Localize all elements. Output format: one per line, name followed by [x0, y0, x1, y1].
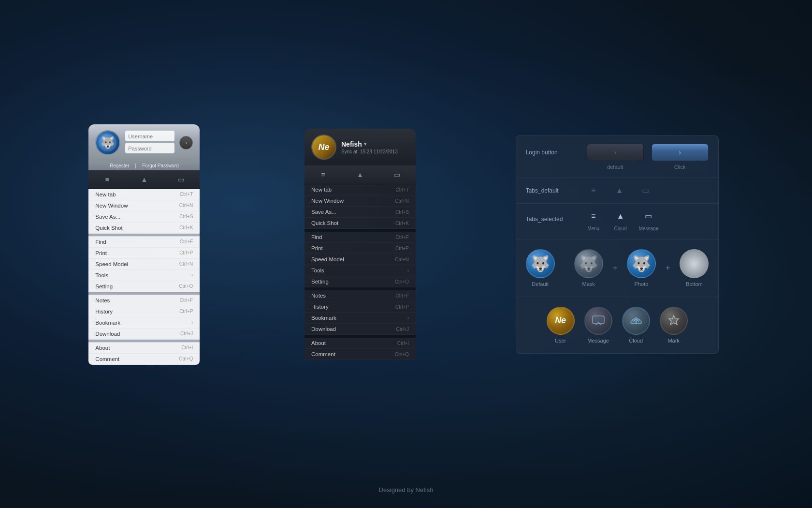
tab-selected-chat-item: ▭ Message	[639, 208, 659, 231]
menu-item-shortcut: Ctrl+O	[179, 284, 193, 289]
user-menu-tabs-bar: ≡ ▲ ▭	[304, 165, 416, 184]
tab-chat-icon[interactable]: ▭	[174, 174, 188, 185]
username-input[interactable]	[128, 134, 172, 139]
icon-btn-user[interactable]: Ne	[547, 307, 575, 335]
icon-btn-message[interactable]	[584, 307, 612, 335]
menu-item-comment[interactable]: Comment Ctrl+Q	[88, 354, 200, 365]
user-menu-item-about[interactable]: About Ctrl+I	[304, 338, 416, 349]
icon-btn-mark[interactable]	[660, 307, 688, 335]
menu-item-shortcut: Ctrl+Q	[179, 356, 193, 361]
user-menu-item-label: Save As...	[311, 209, 336, 215]
user-menu-item-shortcut: Ctrl+N	[395, 198, 409, 204]
user-menu-item-download[interactable]: Download Ctrl+J	[304, 324, 416, 335]
menu-item-shortcut: Ctrl+N	[179, 261, 193, 267]
menu-item-shortcut: Ctrl+T	[180, 192, 193, 197]
user-menu-item-speed-model[interactable]: Speed Model Ctrl+N	[304, 254, 416, 265]
tab-default-menu-icon[interactable]: ≡	[585, 182, 602, 199]
tab-selected-cloud-icon[interactable]: ▲	[612, 208, 629, 225]
tab-menu-name: Menu	[587, 226, 599, 231]
user-tab-menu-icon[interactable]: ≡	[316, 169, 330, 180]
menu-item-label: Speed Model	[95, 261, 128, 267]
menu-item-setting[interactable]: Setting Ctrl+O	[88, 281, 200, 292]
user-menu-item-label: About	[311, 340, 326, 346]
avatar-showcase: 🐺 Default 🐺 Mask + 🐺	[526, 249, 709, 287]
user-menu-item-label: Comment	[311, 351, 335, 357]
icon-btn-cloud[interactable]	[622, 307, 650, 335]
tabs-default-row: Tabs_default ≡ ▲ ▭	[516, 178, 718, 203]
username-field-group[interactable]	[125, 131, 174, 141]
password-input[interactable]	[128, 146, 172, 151]
menu-item-notes[interactable]: Notes Ctrl+F	[88, 295, 200, 306]
btn-state-default-label: default	[587, 164, 644, 170]
menu-item-shortcut: Ctrl+S	[179, 214, 193, 219]
user-dropdown-icon[interactable]: ▾	[364, 141, 366, 147]
user-menu-item-label: Download	[311, 326, 336, 332]
menu-item-history[interactable]: History Ctrl+P	[88, 306, 200, 317]
menu-item-about[interactable]: About Ctrl+I	[88, 343, 200, 354]
login-button-row: Login button › ›	[526, 144, 709, 161]
menu-item-save-as[interactable]: Save As... Ctrl+S	[88, 211, 200, 223]
link-divider: |	[135, 163, 137, 168]
user-menu-item-shortcut: Ctrl+F	[395, 235, 409, 240]
menu-item-new-tab[interactable]: New tab Ctrl+T	[88, 189, 200, 200]
user-menu-item-print[interactable]: Print Ctrl+P	[304, 243, 416, 254]
user-tab-cloud-icon[interactable]: ▲	[353, 169, 367, 180]
user-menu-item-bookmark[interactable]: Bookmark ›	[304, 313, 416, 324]
tab-default-cloud-icon[interactable]: ▲	[611, 182, 628, 199]
menu-item-label: Quick Shot	[95, 225, 122, 231]
user-menu-item-label: History	[311, 304, 329, 310]
menu-item-tools[interactable]: Tools ›	[88, 270, 200, 281]
tab-cloud-name: Cloud	[614, 226, 627, 231]
menu-item-download[interactable]: Download Ctrl+J	[88, 329, 200, 340]
user-menu-item-new-tab[interactable]: New tab Ctrl+T	[304, 184, 416, 195]
user-menu-item-comment[interactable]: Comment Ctrl+Q	[304, 349, 416, 360]
menu-item-quick-shot[interactable]: Quick Shot Ctrl+K	[88, 223, 200, 234]
menu-item-label: About	[95, 345, 110, 351]
menu-tabs-bar: ≡ ▲ ▭	[88, 170, 200, 189]
menu-item-find[interactable]: Find Ctrl+F	[88, 237, 200, 248]
user-menu-item-new-window[interactable]: New Window Ctrl+N	[304, 195, 416, 207]
password-field-group[interactable]	[125, 143, 174, 153]
menu-item-label: Bookmark	[95, 320, 120, 326]
menu-group-4: About Ctrl+I Comment Ctrl+Q	[88, 343, 200, 365]
login-btn-click[interactable]: ›	[652, 144, 709, 161]
tab-default-chat-icon[interactable]: ▭	[637, 182, 654, 199]
menu-item-speed-model[interactable]: Speed Model Ctrl+N	[88, 259, 200, 270]
menu-item-shortcut: Ctrl+J	[180, 331, 193, 336]
icon-btn-user-label: User	[555, 338, 566, 344]
menu-item-label: Save As...	[95, 214, 120, 220]
user-avatar: Ne	[311, 134, 336, 160]
login-avatar	[95, 130, 120, 155]
menu-item-new-window[interactable]: New Window Ctrl+N	[88, 200, 200, 211]
user-menu-item-notes[interactable]: Notes Ctrl+F	[304, 290, 416, 301]
user-menu-item-shortcut: Ctrl+N	[395, 257, 409, 262]
register-link[interactable]: Regester	[110, 163, 130, 168]
menu-item-bookmark[interactable]: Bookmark ›	[88, 317, 200, 329]
user-header: Ne Nefish ▾ Sync at: 15:23 11/23/2013	[304, 129, 416, 165]
icon-btn-mark-label: Mark	[667, 338, 679, 344]
user-menu-item-label: Notes	[311, 293, 326, 299]
user-menu-item-quick-shot[interactable]: Quick Shot Ctrl+K	[304, 218, 416, 229]
forgot-password-link[interactable]: Forgot Password	[142, 163, 179, 168]
avatar-section: 🐺 Default 🐺 Mask + 🐺	[516, 239, 718, 297]
user-menu-item-shortcut: Ctrl+O	[395, 279, 409, 284]
user-menu-item-setting[interactable]: Setting Ctrl+O	[304, 276, 416, 287]
login-btn-default[interactable]: ›	[587, 144, 644, 161]
user-menu-item-save-as[interactable]: Save As... Ctrl+S	[304, 207, 416, 218]
user-menu-item-find[interactable]: Find Ctrl+F	[304, 232, 416, 243]
user-menu-item-label: Speed Model	[311, 256, 344, 262]
user-menu-item-history[interactable]: History Ctrl+P	[304, 301, 416, 313]
icon-btn-cloud-label: Cloud	[629, 338, 643, 344]
tab-selected-menu-icon[interactable]: ≡	[585, 208, 602, 225]
user-tab-chat-icon[interactable]: ▭	[390, 169, 405, 180]
user-menu-item-label: New tab	[311, 187, 332, 193]
bookmark-arrow-icon: ›	[191, 320, 193, 325]
user-menu-item-shortcut: Ctrl+Q	[395, 352, 409, 357]
tab-cloud-icon[interactable]: ▲	[137, 174, 151, 185]
panel-login: › Regester | Forgot Password ≡ ▲ ▭ New t…	[88, 124, 200, 365]
tab-selected-chat-icon[interactable]: ▭	[640, 208, 657, 225]
menu-item-print[interactable]: Print Ctrl+P	[88, 248, 200, 259]
user-menu-item-tools[interactable]: Tools ›	[304, 265, 416, 276]
login-submit-button[interactable]: ›	[179, 136, 193, 149]
tab-menu-icon[interactable]: ≡	[100, 174, 115, 185]
